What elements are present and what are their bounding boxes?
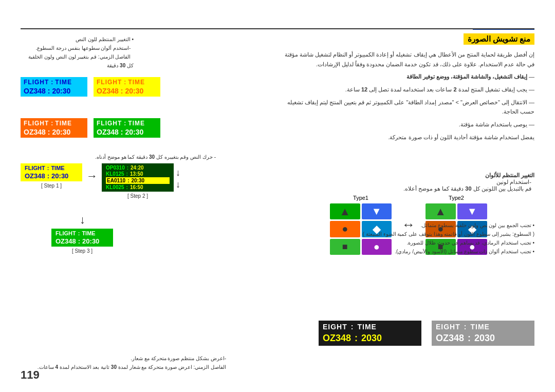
fb-orange-l2: TIME bbox=[55, 120, 72, 127]
fd-black-val2: 2030 bbox=[361, 333, 382, 344]
step3-row1: FLIGHT : TIME bbox=[55, 230, 109, 236]
flight-boxes-row1: FLIGHT : TIME OZ348 : 20:30 FLIGHT : TIM… bbox=[21, 77, 160, 97]
step1-row2: OZ348 : 20:30 bbox=[25, 172, 78, 180]
step3-v2: 20:30 bbox=[82, 237, 99, 245]
step1-row1: FLIGHT : TIME bbox=[25, 165, 78, 171]
fd-gray-val1: OZ348 bbox=[436, 333, 464, 344]
fb-orange-row2: OZ348 : 20:30 bbox=[24, 128, 84, 136]
step3-v1: OZ348 bbox=[55, 237, 76, 245]
fb-orange-row1: FLIGHT : TIME bbox=[24, 120, 84, 127]
annot-sub1: -استخدم ألوان سطوعها بنفس درجة السطوع. bbox=[21, 44, 134, 52]
top-border bbox=[21, 28, 534, 29]
flight-box-green: FLIGHT : TIME OZ348 : 20:30 bbox=[94, 118, 160, 138]
step2-r2: KL0125 : 13:50 bbox=[106, 171, 170, 177]
fb-yellow-v2: 20:30 bbox=[125, 87, 143, 95]
fb-cyan-l1: FLIGHT bbox=[24, 79, 49, 86]
step3-container: FLIGHT : TIME OZ348 : 20:30 [ Step 3 ] bbox=[51, 229, 113, 254]
fb-orange-l1: FLIGHT bbox=[24, 120, 49, 127]
bottom-notes-left: -اعرض بشكل منتظم صورة متحركة مع شعار. ال… bbox=[21, 354, 226, 371]
left-top-annotations: • التغيير المنتظم للون النص -استخدم ألوا… bbox=[21, 35, 134, 70]
bullet-bw: • تجنب استخدام ألوان ذات سطوع متماثل (ال… bbox=[283, 247, 534, 256]
down-arrow-2: ↓ bbox=[176, 179, 180, 190]
step2-time4: 16:50 bbox=[130, 184, 143, 190]
fd-black-label2: TIME bbox=[357, 323, 376, 331]
down-arrow-1: ↓ bbox=[176, 167, 180, 178]
step1-v1: OZ348 bbox=[25, 172, 45, 180]
fd-gray-label2: TIME bbox=[470, 323, 489, 331]
para-2: — إيقاف التشغيل، والشاشة المؤقتة، ووضع ت… bbox=[283, 72, 534, 82]
bottom-note1: -اعرض بشكل منتظم صورة متحركة مع شعار. bbox=[21, 354, 226, 363]
step3-row2: OZ348 : 20:30 bbox=[55, 237, 109, 245]
step2-code3: EA0110 bbox=[107, 178, 125, 183]
right-section: منع تشويش الصورة إن أفضل طريقة لحماية ال… bbox=[283, 33, 534, 145]
fb-cyan-v1: OZ348 bbox=[24, 87, 46, 95]
step3-l2: TIME bbox=[82, 230, 95, 236]
fb-yellow-l1: FLIGHT bbox=[97, 79, 122, 86]
step-arrow-down: ↓ bbox=[80, 213, 85, 227]
step2-sep2: : bbox=[126, 171, 128, 177]
grid-cell-8: ▼ bbox=[457, 203, 488, 219]
fb-cyan-sep1: : bbox=[51, 79, 53, 86]
color-change-title: التغيير المنتظم للألوان -استخدام لونين ق… bbox=[283, 172, 534, 192]
fb-yellow-row2: OZ348 : 20:30 bbox=[97, 87, 157, 95]
step2-time3: 20:30 bbox=[131, 178, 144, 183]
step1-l1: FLIGHT bbox=[25, 165, 45, 171]
para-3: — يجب إيقاف تشغيل المنتج لمدة 2 ساعات بع… bbox=[283, 85, 534, 95]
flight-box-orange: FLIGHT : TIME OZ348 : 20:30 bbox=[21, 118, 87, 138]
fb-cyan-sep2: : bbox=[48, 87, 50, 95]
fd-gray-sep1: : bbox=[464, 323, 467, 331]
step2-box: OP0310 : 24:20 KL0125 : 13:50 EA0110 : 2… bbox=[102, 163, 174, 192]
step1-container: FLIGHT : TIME OZ348 : 20:30 [ Step 1 ] bbox=[21, 163, 82, 189]
fb-yellow-v1: OZ348 bbox=[97, 87, 119, 95]
grid-cell-7: ▲ bbox=[425, 203, 456, 219]
fd-gray-sep2: : bbox=[468, 333, 471, 344]
fb-green-v2: 20:30 bbox=[125, 128, 143, 136]
flight-box-cyan: FLIGHT : TIME OZ348 : 20:30 bbox=[21, 77, 87, 97]
step2-r1: OP0310 : 24:20 bbox=[106, 165, 170, 171]
step2-label: [ Step 2 ] bbox=[102, 193, 174, 199]
step-annotation: - حرك النص وقم بتغييره كل 30 دقيقة كما ه… bbox=[21, 154, 216, 160]
fb-green-l1: FLIGHT bbox=[97, 120, 122, 127]
step3-l1: FLIGHT bbox=[55, 230, 76, 236]
para-1: إن أفضل طريقة لحماية المنتج من الأعطال ه… bbox=[283, 50, 534, 69]
step2-sep4: : bbox=[126, 184, 128, 190]
fd-black-val1: OZ348 bbox=[323, 333, 351, 344]
more-bullets: • تجنب الجمع بين لون نص ولون خلفية بسطوع… bbox=[283, 221, 534, 256]
fb-orange-v2: 20:30 bbox=[52, 128, 70, 136]
annot-bullet: • التغيير المنتظم للون النص bbox=[21, 35, 134, 44]
down-arrows: ↓ ↓ bbox=[176, 167, 180, 190]
grid-cell-2: ▼ bbox=[362, 203, 392, 219]
fb-green-sep2: : bbox=[121, 128, 123, 136]
para-5: — يوصى باستخدام شاشة مؤقتة. bbox=[283, 120, 534, 129]
fd-black-sep2: : bbox=[355, 333, 358, 344]
fb-cyan-v2: 20:30 bbox=[52, 87, 70, 95]
step3-sep1: : bbox=[78, 230, 80, 236]
para-6: يفضل استخدام شاشة مؤقتة أحادية اللون أو … bbox=[283, 133, 534, 142]
step1-v2: 20:30 bbox=[51, 172, 68, 180]
fd-black-row1: EIGHT : TIME bbox=[323, 323, 417, 331]
fb-yellow-row1: FLIGHT : TIME bbox=[97, 79, 157, 86]
fb-orange-sep1: : bbox=[51, 120, 53, 127]
fb-green-row1: FLIGHT : TIME bbox=[97, 120, 157, 127]
fd-gray-row2: OZ348 : 2030 bbox=[436, 333, 530, 344]
fb-cyan-row1: FLIGHT : TIME bbox=[24, 79, 84, 86]
fd-gray-val2: 2030 bbox=[474, 333, 495, 344]
section-title: منع تشويش الصورة bbox=[283, 33, 534, 50]
step2-code4: KL0025 bbox=[106, 184, 124, 190]
fb-cyan-row2: OZ348 : 20:30 bbox=[24, 87, 84, 95]
fb-yellow-sep1: : bbox=[124, 79, 126, 86]
bullet-brightness: ( السطوع: يشير إلى سطوع اللون أو قاتمته … bbox=[283, 230, 534, 238]
step3-label: [ Step 3 ] bbox=[51, 248, 113, 254]
fd-gray-label1: EIGHT bbox=[436, 323, 460, 331]
fb-green-sep1: : bbox=[124, 120, 126, 127]
grid-cell-1: ▲ bbox=[330, 203, 360, 219]
flight-boxes-row2: FLIGHT : TIME OZ348 : 20:30 FLIGHT : TIM… bbox=[21, 118, 160, 138]
step3-sep2: : bbox=[78, 237, 80, 245]
steps-row: FLIGHT : TIME OZ348 : 20:30 [ Step 1 ] →… bbox=[21, 163, 180, 199]
fb-yellow-l2: TIME bbox=[128, 79, 145, 86]
step3-box: FLIGHT : TIME OZ348 : 20:30 bbox=[51, 229, 113, 247]
bullet-combine: • تجنب الجمع بين لون نص ولون خلفية بسطوع… bbox=[283, 221, 534, 230]
fb-yellow-sep2: : bbox=[121, 87, 123, 95]
fb-cyan-l2: TIME bbox=[55, 79, 72, 86]
bullet-gray: • تجنب استخدام الرمادي، قد يساهم في حدوث… bbox=[283, 238, 534, 247]
